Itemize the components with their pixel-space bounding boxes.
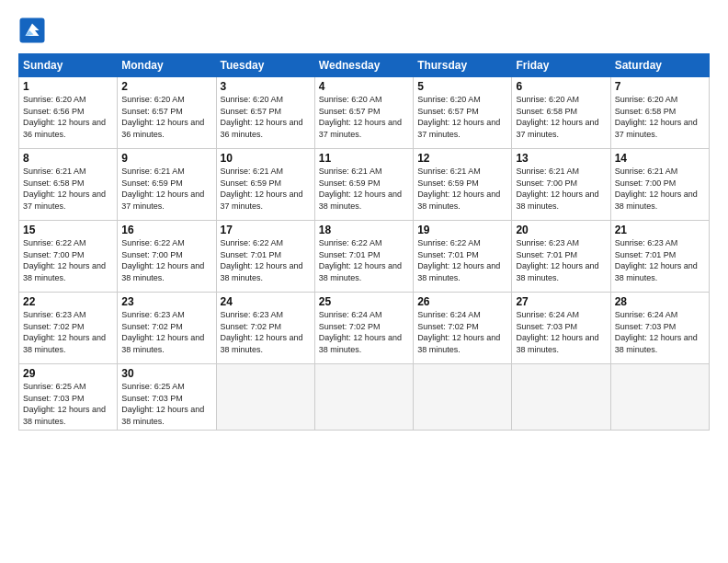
header-row: SundayMondayTuesdayWednesdayThursdayFrid…	[19, 54, 710, 77]
day-number: 8	[23, 152, 113, 165]
week-row-2: 8Sunrise: 6:21 AMSunset: 6:58 PMDaylight…	[19, 149, 710, 221]
calendar-cell: 21Sunrise: 6:23 AMSunset: 7:01 PMDayligh…	[610, 221, 709, 293]
calendar-cell	[216, 364, 314, 431]
day-number: 9	[121, 152, 211, 165]
calendar-cell: 18Sunrise: 6:22 AMSunset: 7:01 PMDayligh…	[314, 221, 413, 293]
calendar-cell: 17Sunrise: 6:22 AMSunset: 7:01 PMDayligh…	[216, 221, 314, 293]
calendar-cell: 14Sunrise: 6:21 AMSunset: 7:00 PMDayligh…	[610, 149, 709, 221]
cell-info: Sunrise: 6:21 AMSunset: 7:00 PMDaylight:…	[615, 167, 698, 211]
cell-info: Sunrise: 6:23 AMSunset: 7:02 PMDaylight:…	[121, 310, 204, 354]
calendar-cell: 11Sunrise: 6:21 AMSunset: 6:59 PMDayligh…	[314, 149, 413, 221]
week-row-4: 22Sunrise: 6:23 AMSunset: 7:02 PMDayligh…	[19, 293, 710, 364]
cell-info: Sunrise: 6:21 AMSunset: 6:59 PMDaylight:…	[221, 167, 303, 211]
cell-info: Sunrise: 6:22 AMSunset: 7:00 PMDaylight:…	[121, 238, 204, 282]
cell-info: Sunrise: 6:24 AMSunset: 7:02 PMDaylight:…	[417, 310, 500, 354]
col-header-saturday: Saturday	[610, 54, 709, 77]
day-number: 16	[121, 224, 211, 236]
day-number: 14	[615, 152, 705, 165]
calendar-cell: 16Sunrise: 6:22 AMSunset: 7:00 PMDayligh…	[118, 221, 216, 293]
col-header-friday: Friday	[512, 54, 610, 77]
cell-info: Sunrise: 6:23 AMSunset: 7:02 PMDaylight:…	[23, 310, 106, 354]
day-number: 13	[516, 152, 606, 165]
calendar-cell: 29Sunrise: 6:25 AMSunset: 7:03 PMDayligh…	[19, 364, 118, 431]
day-number: 19	[417, 224, 507, 236]
cell-info: Sunrise: 6:20 AMSunset: 6:58 PMDaylight:…	[615, 95, 698, 139]
calendar-cell	[610, 364, 709, 431]
day-number: 22	[23, 295, 113, 308]
calendar-cell: 26Sunrise: 6:24 AMSunset: 7:02 PMDayligh…	[414, 293, 512, 364]
calendar-cell: 15Sunrise: 6:22 AMSunset: 7:00 PMDayligh…	[19, 221, 118, 293]
cell-info: Sunrise: 6:23 AMSunset: 7:01 PMDaylight:…	[516, 238, 598, 282]
day-number: 1	[23, 80, 113, 93]
calendar-cell: 7Sunrise: 6:20 AMSunset: 6:58 PMDaylight…	[610, 77, 709, 149]
calendar-cell: 8Sunrise: 6:21 AMSunset: 6:58 PMDaylight…	[19, 149, 118, 221]
calendar-cell: 9Sunrise: 6:21 AMSunset: 6:59 PMDaylight…	[118, 149, 216, 221]
day-number: 28	[615, 295, 705, 308]
day-number: 18	[319, 224, 409, 236]
day-number: 10	[221, 152, 311, 165]
calendar-cell: 23Sunrise: 6:23 AMSunset: 7:02 PMDayligh…	[118, 293, 216, 364]
cell-info: Sunrise: 6:22 AMSunset: 7:01 PMDaylight:…	[221, 238, 303, 282]
col-header-thursday: Thursday	[414, 54, 512, 77]
week-row-3: 15Sunrise: 6:22 AMSunset: 7:00 PMDayligh…	[19, 221, 710, 293]
calendar-cell: 3Sunrise: 6:20 AMSunset: 6:57 PMDaylight…	[216, 77, 314, 149]
calendar-cell: 28Sunrise: 6:24 AMSunset: 7:03 PMDayligh…	[610, 293, 709, 364]
col-header-monday: Monday	[118, 54, 216, 77]
calendar-cell: 25Sunrise: 6:24 AMSunset: 7:02 PMDayligh…	[314, 293, 413, 364]
day-number: 17	[221, 224, 311, 236]
calendar-cell: 20Sunrise: 6:23 AMSunset: 7:01 PMDayligh…	[512, 221, 610, 293]
day-number: 26	[417, 295, 507, 308]
calendar-cell	[512, 364, 610, 431]
day-number: 24	[221, 295, 311, 308]
cell-info: Sunrise: 6:23 AMSunset: 7:01 PMDaylight:…	[615, 238, 698, 282]
cell-info: Sunrise: 6:22 AMSunset: 7:01 PMDaylight:…	[319, 238, 402, 282]
day-number: 27	[516, 295, 606, 308]
cell-info: Sunrise: 6:24 AMSunset: 7:03 PMDaylight:…	[516, 310, 598, 354]
cell-info: Sunrise: 6:20 AMSunset: 6:57 PMDaylight:…	[319, 95, 402, 139]
day-number: 7	[615, 80, 705, 93]
cell-info: Sunrise: 6:20 AMSunset: 6:57 PMDaylight:…	[121, 95, 204, 139]
calendar-cell: 24Sunrise: 6:23 AMSunset: 7:02 PMDayligh…	[216, 293, 314, 364]
calendar-cell: 4Sunrise: 6:20 AMSunset: 6:57 PMDaylight…	[314, 77, 413, 149]
cell-info: Sunrise: 6:20 AMSunset: 6:57 PMDaylight:…	[221, 95, 303, 139]
col-header-sunday: Sunday	[19, 54, 118, 77]
calendar-cell: 27Sunrise: 6:24 AMSunset: 7:03 PMDayligh…	[512, 293, 610, 364]
logo	[18, 17, 50, 44]
day-number: 15	[23, 224, 113, 236]
day-number: 12	[417, 152, 507, 165]
calendar-cell	[414, 364, 512, 431]
day-number: 21	[615, 224, 705, 236]
calendar-cell: 2Sunrise: 6:20 AMSunset: 6:57 PMDaylight…	[118, 77, 216, 149]
cell-info: Sunrise: 6:21 AMSunset: 6:59 PMDaylight:…	[121, 167, 204, 211]
day-number: 30	[121, 367, 211, 380]
cell-info: Sunrise: 6:25 AMSunset: 7:03 PMDaylight:…	[23, 382, 106, 426]
cell-info: Sunrise: 6:25 AMSunset: 7:03 PMDaylight:…	[121, 382, 204, 426]
page: SundayMondayTuesdayWednesdayThursdayFrid…	[0, 0, 728, 563]
day-number: 11	[319, 152, 409, 165]
cell-info: Sunrise: 6:21 AMSunset: 6:58 PMDaylight:…	[23, 167, 106, 211]
day-number: 3	[221, 80, 311, 93]
day-number: 2	[121, 80, 211, 93]
cell-info: Sunrise: 6:21 AMSunset: 7:00 PMDaylight:…	[516, 167, 598, 211]
calendar-cell: 10Sunrise: 6:21 AMSunset: 6:59 PMDayligh…	[216, 149, 314, 221]
cell-info: Sunrise: 6:23 AMSunset: 7:02 PMDaylight:…	[221, 310, 303, 354]
calendar-cell: 19Sunrise: 6:22 AMSunset: 7:01 PMDayligh…	[414, 221, 512, 293]
col-header-wednesday: Wednesday	[314, 54, 413, 77]
calendar-cell: 12Sunrise: 6:21 AMSunset: 6:59 PMDayligh…	[414, 149, 512, 221]
day-number: 23	[121, 295, 211, 308]
header	[18, 17, 710, 44]
calendar-cell: 1Sunrise: 6:20 AMSunset: 6:56 PMDaylight…	[19, 77, 118, 149]
day-number: 20	[516, 224, 606, 236]
week-row-5: 29Sunrise: 6:25 AMSunset: 7:03 PMDayligh…	[19, 364, 710, 431]
logo-icon	[18, 17, 46, 44]
calendar-cell: 5Sunrise: 6:20 AMSunset: 6:57 PMDaylight…	[414, 77, 512, 149]
calendar-table: SundayMondayTuesdayWednesdayThursdayFrid…	[18, 53, 710, 431]
day-number: 5	[417, 80, 507, 93]
day-number: 6	[516, 80, 606, 93]
calendar-cell: 22Sunrise: 6:23 AMSunset: 7:02 PMDayligh…	[19, 293, 118, 364]
col-header-tuesday: Tuesday	[216, 54, 314, 77]
cell-info: Sunrise: 6:20 AMSunset: 6:56 PMDaylight:…	[23, 95, 106, 139]
cell-info: Sunrise: 6:24 AMSunset: 7:02 PMDaylight:…	[319, 310, 402, 354]
day-number: 25	[319, 295, 409, 308]
cell-info: Sunrise: 6:20 AMSunset: 6:57 PMDaylight:…	[417, 95, 500, 139]
